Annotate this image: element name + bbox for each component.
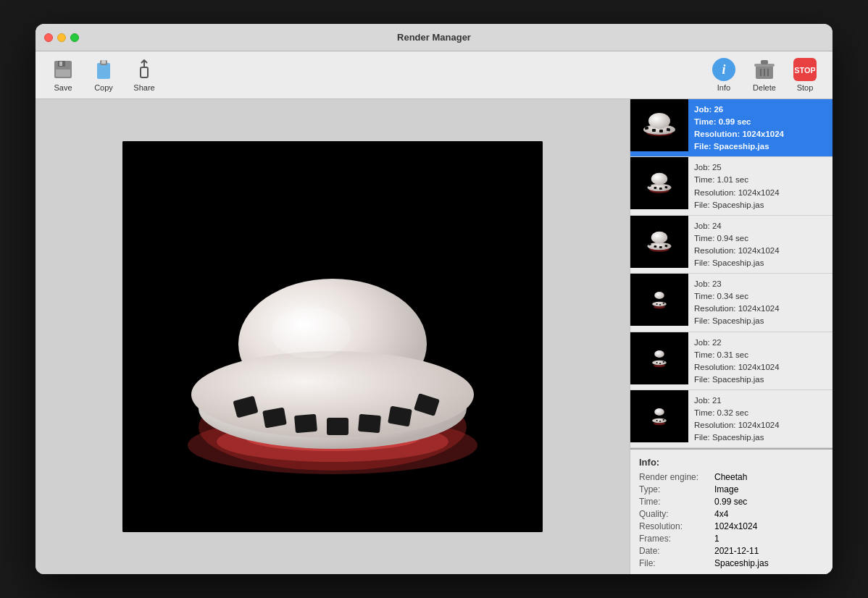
render-item-text: Job: 21 <box>694 395 780 406</box>
stop-icon-container: STOP <box>793 58 817 81</box>
svg-text:STOP: STOP <box>795 66 815 75</box>
copy-label: Copy <box>94 83 113 92</box>
copy-icon-container <box>92 58 115 81</box>
svg-rect-27 <box>294 414 317 434</box>
render-item[interactable]: Job: 25Time: 1.01 secResolution: 1024x10… <box>630 157 832 215</box>
render-item-text: Job: 23 <box>694 278 780 290</box>
info-field-value: Image <box>714 484 738 494</box>
info-field-value: 4x4 <box>714 509 728 519</box>
info-label: Info <box>717 83 730 92</box>
delete-label: Delete <box>753 83 776 92</box>
info-field-row: Time:0.99 sec <box>639 497 824 507</box>
render-item-text: Resolution: 1024x1024 <box>694 303 780 314</box>
info-field-value: 1024x1024 <box>714 521 757 531</box>
render-thumbnail <box>630 216 688 268</box>
render-item-info: Job: 22Time: 0.31 secResolution: 1024x10… <box>688 332 785 389</box>
minimize-button[interactable] <box>57 33 66 42</box>
render-item-text: Resolution: 1024x1024 <box>694 245 780 256</box>
render-item-text: File: Spaceship.jas <box>694 431 780 443</box>
info-icon-container: i <box>712 58 735 81</box>
svg-rect-28 <box>327 418 349 435</box>
traffic-lights <box>44 33 79 42</box>
delete-icon <box>754 59 775 80</box>
close-button[interactable] <box>44 33 53 42</box>
info-field-key: Time: <box>639 497 711 507</box>
render-item-text: Resolution: 1024x1024 <box>694 128 784 140</box>
info-field-key: Quality: <box>639 509 711 519</box>
info-button[interactable]: i Info <box>705 54 743 96</box>
svg-rect-46 <box>654 187 657 189</box>
svg-rect-3 <box>56 70 70 77</box>
render-item-text: Resolution: 1024x1024 <box>694 361 780 373</box>
info-panel-title: Info: <box>639 457 824 468</box>
thumb-ufo-svg <box>630 157 688 209</box>
render-item-text: Resolution: 1024x1024 <box>694 419 780 431</box>
info-field-row: Type:Image <box>639 484 824 494</box>
app-window: Render Manager Save <box>36 24 832 574</box>
svg-rect-26 <box>262 408 287 429</box>
thumb-ufo-svg <box>630 99 688 151</box>
delete-icon-container <box>753 58 776 81</box>
thumb-ufo-svg <box>630 274 688 326</box>
render-item[interactable]: Job: 23Time: 0.34 secResolution: 1024x10… <box>630 274 832 332</box>
stop-button[interactable]: STOP Stop <box>786 54 824 96</box>
info-field-key: Type: <box>639 484 711 494</box>
right-panel: Job: 26Time: 0.99 secResolution: 1024x10… <box>630 99 832 574</box>
render-item-text: Job: 25 <box>694 161 780 173</box>
share-button[interactable]: Share <box>125 54 163 96</box>
render-thumbnail <box>630 390 688 442</box>
render-item[interactable]: Job: 24Time: 0.94 secResolution: 1024x10… <box>630 216 832 274</box>
render-item[interactable]: Job: 26Time: 0.99 secResolution: 1024x10… <box>630 99 832 157</box>
svg-rect-65 <box>630 332 688 384</box>
svg-rect-71 <box>659 363 661 364</box>
svg-rect-47 <box>659 188 662 190</box>
share-label: Share <box>133 83 154 92</box>
render-list: Job: 26Time: 0.99 secResolution: 1024x10… <box>630 99 832 448</box>
svg-rect-73 <box>630 390 688 442</box>
info-field-row: File:Spaceship.jas <box>639 558 824 568</box>
share-icon-container <box>133 58 156 81</box>
save-button[interactable]: Save <box>44 54 82 96</box>
stop-octagon: STOP <box>795 59 815 80</box>
svg-rect-30 <box>388 406 412 427</box>
svg-point-43 <box>648 184 672 192</box>
svg-point-44 <box>651 173 668 185</box>
info-field-key: File: <box>639 558 711 568</box>
thumb-ufo-svg <box>630 390 688 442</box>
render-item[interactable]: Job: 22Time: 0.31 secResolution: 1024x10… <box>630 332 832 390</box>
svg-point-76 <box>654 408 664 416</box>
copy-icon <box>93 59 114 80</box>
svg-rect-79 <box>659 421 661 422</box>
render-item-text: Time: 0.94 sec <box>694 232 780 244</box>
delete-button[interactable]: Delete <box>746 54 783 96</box>
render-item[interactable]: Job: 21Time: 0.32 secResolution: 1024x10… <box>630 390 832 448</box>
svg-point-36 <box>648 113 670 129</box>
render-item-info: Job: 26Time: 0.99 secResolution: 1024x10… <box>688 99 790 156</box>
toolbar-left: Save Copy <box>44 54 163 96</box>
window-title: Render Manager <box>397 32 471 43</box>
toolbar: Save Copy <box>36 51 832 99</box>
svg-point-59 <box>652 302 667 306</box>
render-thumbnail <box>630 99 688 151</box>
render-item-text: Time: 0.31 sec <box>694 349 780 361</box>
info-field-key: Date: <box>639 546 711 556</box>
render-item-text: Time: 0.34 sec <box>694 290 780 302</box>
maximize-button[interactable] <box>70 33 79 42</box>
render-item-text: File: Spaceship.jas <box>694 374 780 385</box>
info-field-value: 1 <box>714 534 719 544</box>
render-item-info: Job: 21Time: 0.32 secResolution: 1024x10… <box>688 390 785 447</box>
stop-icon: STOP <box>793 58 817 81</box>
svg-rect-55 <box>659 246 662 248</box>
svg-rect-2 <box>59 62 62 66</box>
info-field-row: Date:2021-12-11 <box>639 546 824 556</box>
copy-button[interactable]: Copy <box>85 54 122 96</box>
svg-rect-11 <box>761 60 768 64</box>
svg-rect-7 <box>141 67 148 77</box>
svg-point-52 <box>651 232 668 244</box>
render-item-text: Job: 22 <box>694 337 780 348</box>
svg-rect-78 <box>656 420 658 421</box>
render-item-text: File: Spaceship.jas <box>694 315 780 327</box>
info-field-value: Cheetah <box>714 472 747 482</box>
info-field-row: Render engine:Cheetah <box>639 472 824 482</box>
render-item-text: File: Spaceship.jas <box>694 199 780 211</box>
